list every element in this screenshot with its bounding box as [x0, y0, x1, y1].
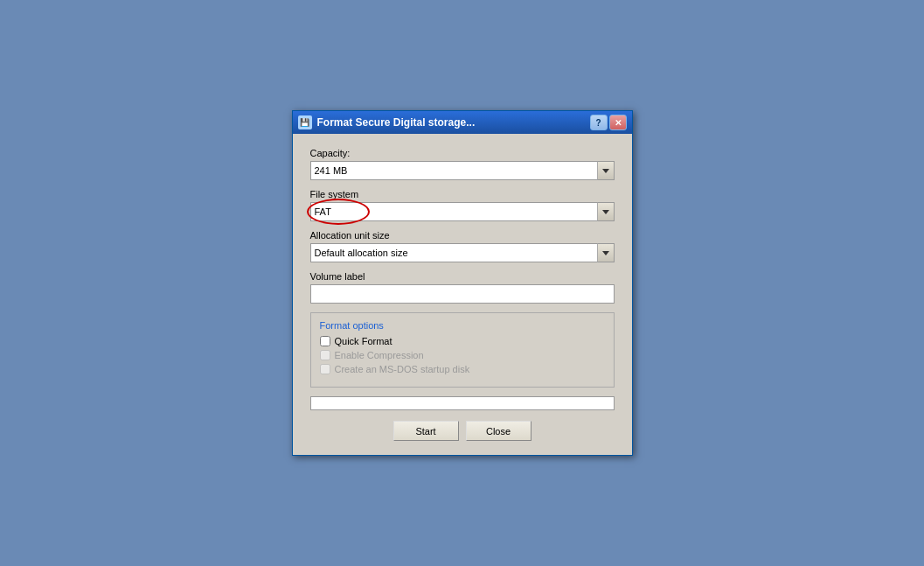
window-close-button[interactable]: ✕ [609, 115, 627, 130]
help-button[interactable]: ? [590, 115, 608, 130]
quick-format-row: Quick Format [320, 336, 605, 346]
allocation-select[interactable]: Default allocation size [310, 243, 615, 262]
capacity-group: Capacity: 241 MB [310, 148, 615, 180]
create-msdos-label: Create an MS-DOS startup disk [335, 364, 470, 374]
create-msdos-row: Create an MS-DOS startup disk [320, 364, 605, 374]
quick-format-checkbox[interactable] [320, 336, 330, 346]
title-bar-left: 💾 Format Secure Digital storage... [298, 115, 476, 129]
title-bar-buttons: ? ✕ [590, 115, 627, 130]
capacity-label: Capacity: [310, 148, 615, 158]
allocation-label: Allocation unit size [310, 230, 615, 241]
filesystem-label: File system [310, 189, 615, 199]
filesystem-select-wrapper: FAT [310, 202, 615, 221]
button-row: Start Close [310, 421, 615, 444]
enable-compression-label: Enable Compression [335, 350, 424, 360]
capacity-select-wrapper: 241 MB [310, 161, 615, 180]
volume-label-text: Volume label [310, 271, 615, 282]
volume-label-group: Volume label [310, 271, 615, 304]
quick-format-label[interactable]: Quick Format [335, 336, 393, 346]
filesystem-select[interactable]: FAT [310, 202, 615, 221]
capacity-select[interactable]: 241 MB [310, 161, 615, 180]
title-bar: 💾 Format Secure Digital storage... ? ✕ [293, 111, 632, 134]
allocation-group: Allocation unit size Default allocation … [310, 230, 615, 262]
progress-bar-container [310, 396, 615, 410]
format-options-box: Format options Quick Format Enable Compr… [310, 312, 615, 388]
allocation-select-wrapper: Default allocation size [310, 243, 615, 262]
enable-compression-row: Enable Compression [320, 350, 605, 360]
filesystem-group: File system FAT [310, 189, 615, 221]
dialog-content: Capacity: 241 MB File system FAT [293, 134, 632, 455]
volume-label-input[interactable] [310, 284, 615, 304]
dialog-icon: 💾 [298, 115, 312, 129]
start-button[interactable]: Start [393, 421, 459, 441]
format-options-title: Format options [320, 320, 605, 331]
create-msdos-checkbox[interactable] [320, 364, 330, 374]
dialog-title: Format Secure Digital storage... [317, 116, 476, 129]
enable-compression-checkbox[interactable] [320, 350, 330, 360]
close-button[interactable]: Close [466, 421, 531, 441]
format-dialog: 💾 Format Secure Digital storage... ? ✕ C… [292, 110, 633, 456]
